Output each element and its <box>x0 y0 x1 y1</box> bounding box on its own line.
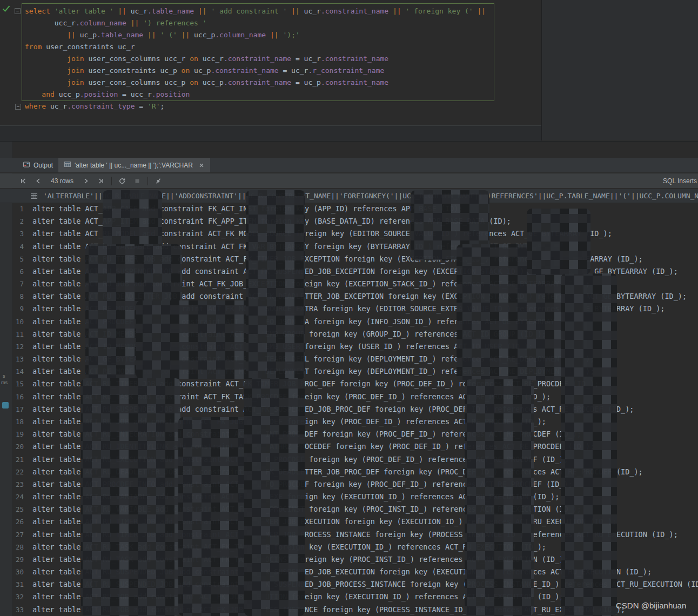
row-number: 6 <box>0 265 24 278</box>
code-line: and ucc_p.position = ucc_r.position <box>25 89 486 101</box>
pin-icon[interactable] <box>153 176 163 186</box>
row-number: 9 <box>0 303 24 315</box>
refresh-icon[interactable] <box>117 176 127 186</box>
row-number: 7 <box>0 278 24 290</box>
stop-icon[interactable] <box>132 176 142 186</box>
row-number: 21 <box>0 453 24 466</box>
first-page-button[interactable] <box>18 176 28 186</box>
row-number: 2 <box>0 215 24 227</box>
code-line: from user_constraints uc_r <box>25 41 486 53</box>
censor-mosaic <box>527 209 590 274</box>
row-number: 16 <box>0 391 24 403</box>
tab-result-set[interactable]: 'alter table ' || uc..._name || ');':VAR… <box>58 158 210 172</box>
row-number: 14 <box>0 365 24 378</box>
code-line: || uc_p.table_name || ' (' || ucc_p.colu… <box>25 29 486 41</box>
censor-mosaic <box>465 379 534 616</box>
tab-output[interactable]: Output <box>17 158 58 172</box>
editor-split-divider[interactable] <box>541 0 542 140</box>
watermark: CSDN @bijianhuan <box>616 601 686 610</box>
row-number: 12 <box>0 340 24 353</box>
toolbar-separator <box>147 177 148 185</box>
row-number: 11 <box>0 328 24 340</box>
sql-code[interactable]: select 'alter table ' || uc_r.table_name… <box>25 5 486 112</box>
row-number: 17 <box>0 403 24 416</box>
row-number: 32 <box>0 591 24 603</box>
row-number: 22 <box>0 466 24 478</box>
row-number: 28 <box>0 541 24 553</box>
row-number: 31 <box>0 578 24 591</box>
row-number: 27 <box>0 528 24 541</box>
row-number: 19 <box>0 428 24 440</box>
censor-mosaic <box>561 273 617 616</box>
tab-label: Output <box>33 162 53 169</box>
code-fold-icon[interactable]: − <box>15 104 21 110</box>
output-tab-bar: Output 'alter table ' || uc..._name || '… <box>0 158 698 173</box>
close-icon[interactable] <box>198 162 205 169</box>
previous-page-button[interactable] <box>33 176 43 186</box>
table-icon <box>64 160 71 170</box>
row-number: 13 <box>0 353 24 365</box>
statement-executed-check-icon[interactable] <box>2 5 10 15</box>
row-number: 25 <box>0 503 24 515</box>
code-fold-icon[interactable]: − <box>15 8 21 14</box>
row-count-label[interactable]: 43 rows <box>49 177 76 185</box>
code-line: where uc_r.constraint_type = 'R'; <box>25 101 486 112</box>
code-line: join user_constraints uc_p on uc_p.const… <box>25 65 486 77</box>
toolbar-separator <box>111 177 112 185</box>
row-number: 4 <box>0 240 24 253</box>
censor-mosaic <box>103 190 162 245</box>
row-number: 8 <box>0 290 24 303</box>
row-number: 20 <box>0 440 24 453</box>
row-number: 1 <box>0 203 24 215</box>
code-line: join user_cons_columns ucc_p on ucc_p.co… <box>25 77 486 89</box>
row-number: 26 <box>0 515 24 528</box>
result-toolbar: 43 rows SQL Inserts <box>0 173 698 189</box>
row-number: 5 <box>0 253 24 265</box>
censor-mosaic <box>81 378 180 616</box>
censor-mosaic <box>246 190 305 379</box>
row-number: 33 <box>0 604 24 616</box>
code-line: select 'alter table ' || uc_r.table_name… <box>25 5 486 17</box>
code-line: ucc_r.column_name || ') references ' <box>25 17 486 29</box>
row-number: 29 <box>0 553 24 566</box>
row-number: 30 <box>0 566 24 578</box>
editor-hscrollbar-track[interactable] <box>0 125 541 141</box>
row-number: 23 <box>0 478 24 491</box>
sql-editor-pane[interactable]: − − select 'alter table ' || uc_r.table_… <box>0 0 698 142</box>
censor-mosaic <box>244 378 305 616</box>
tab-label: 'alter table ' || uc..._name || ');':VAR… <box>75 162 193 169</box>
editor-output-splitter[interactable] <box>0 141 698 142</box>
row-number: 24 <box>0 491 24 503</box>
row-number: 15 <box>0 378 24 390</box>
next-page-button[interactable] <box>81 176 91 186</box>
row-number: 18 <box>0 416 24 428</box>
sql-inserts-mode-button[interactable]: SQL Inserts <box>663 177 698 185</box>
console-icon <box>23 161 30 170</box>
editor-empty-right-pane <box>542 0 698 140</box>
row-number: 10 <box>0 316 24 328</box>
grid-corner-icon[interactable] <box>30 192 38 200</box>
row-number: 3 <box>0 227 24 240</box>
ide-window: − − select 'alter table ' || uc_r.table_… <box>0 0 698 616</box>
code-line: join user_cons_columns ucc_r on ucc_r.co… <box>25 53 486 65</box>
last-page-button[interactable] <box>96 176 106 186</box>
